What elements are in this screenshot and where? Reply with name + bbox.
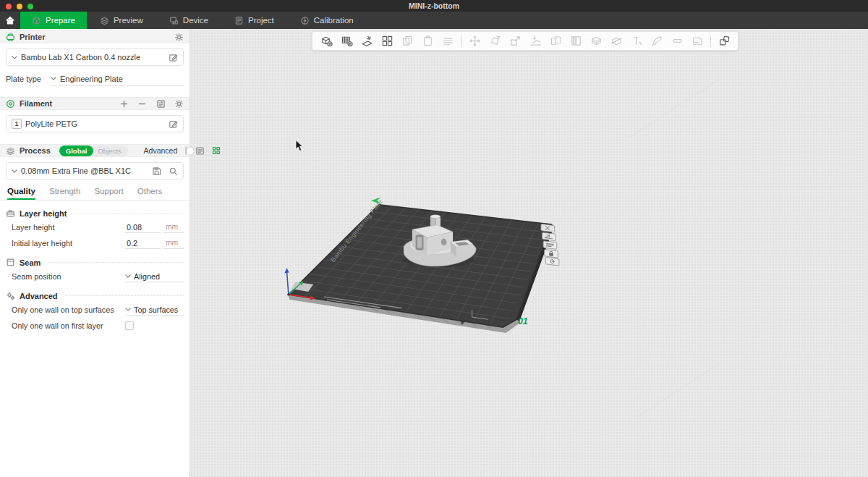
filament-preset-value: PolyLite PETG [25,119,77,128]
one-wall-top-row: Only one wall on top surfaces Top surfac… [0,303,190,316]
main-tabbar: Prepare Preview Device Project Calibrati… [0,12,868,29]
layer-height-input[interactable]: 0.08 [125,221,161,233]
scope-global-pill[interactable]: Global [59,145,94,156]
filament-preset-select[interactable]: 1 PolyLite PETG [6,115,184,132]
plate-type-label: Plate type [6,75,48,83]
tab-support[interactable]: Support [94,187,123,200]
tab-others[interactable]: Others [137,187,163,200]
orient-plate-icon[interactable] [542,232,556,241]
add-filament-icon[interactable] [120,100,128,108]
group-advanced-title: Advanced [20,292,58,300]
process-preset-select[interactable]: 0.08mm Extra Fine @BBL X1C [6,162,184,180]
group-layer-height-title: Layer height [20,209,67,218]
viewport-3d: Bambu Engineering Plate 01 [190,29,868,477]
tab-calibration[interactable]: Calibration [287,12,367,29]
edit-printer-preset-icon[interactable] [169,53,178,62]
one-wall-first-layer-row: Only one wall on first layer [0,319,190,332]
home-button[interactable] [0,12,20,29]
initial-layer-height-unit: mm [163,237,184,249]
initial-layer-height-value: 0.2 [127,239,137,248]
plate-type-row: Plate type Engineering Plate [0,70,190,88]
tab-project-label: Project [248,16,274,25]
tab-quality[interactable]: Quality [7,187,35,200]
printer-preset-select[interactable]: Bambu Lab X1 Carbon 0.4 nozzle [6,48,184,66]
chevron-down-icon [125,274,131,278]
printer-preset-value: Bambu Lab X1 Carbon 0.4 nozzle [21,53,140,62]
plate-settings-icon[interactable] [545,257,559,266]
device-icon [169,16,179,25]
tab-calibration-label: Calibration [314,16,354,25]
initial-layer-height-label: Initial layer height [12,239,125,248]
process-section-header: Process Global Objects Advanced [0,144,190,157]
sidebar: Printer Bambu Lab X1 Carbon 0.4 nozzle P… [0,29,190,477]
layer-height-unit: mm [163,221,184,233]
filament-section-title: Filament [20,99,52,108]
group-seam-header: Seam [0,258,190,267]
filament-slot-badge: 1 [12,119,22,129]
project-icon [234,16,244,25]
chevron-down-icon [12,56,17,59]
remove-filament-icon[interactable] [138,100,146,108]
seam-group-icon [6,258,15,267]
plate-type-select[interactable]: Engineering Plate [51,72,184,86]
one-wall-first-layer-checkbox[interactable] [125,321,134,330]
layer-height-value: 0.08 [127,223,142,232]
printer-icon [6,33,15,42]
seam-position-row: Seam position Aligned [0,270,190,283]
tab-device-label: Device [183,16,208,25]
room-edge-line [637,363,719,416]
tab-prepare-label: Prepare [46,16,75,25]
parameter-table-icon[interactable] [195,146,205,156]
seam-position-value: Aligned [134,272,160,281]
save-preset-icon[interactable] [152,166,161,176]
initial-layer-height-input[interactable]: 0.2 [125,237,161,249]
group-layer-height-header: Layer height [0,208,190,218]
search-settings-icon[interactable] [169,166,178,176]
filament-settings-gear-icon[interactable] [174,99,184,109]
titlebar: MINI-z-bottom [0,0,868,12]
delete-plate-icon[interactable] [541,224,555,232]
filament-sync-icon[interactable] [156,99,166,109]
tab-prepare[interactable]: Prepare [20,12,87,29]
group-advanced-header: Advanced [0,291,190,300]
tab-device[interactable]: Device [156,12,221,29]
filament-section-header: Filament [0,97,190,110]
chevron-down-icon [125,308,131,311]
tab-preview-label: Preview [114,16,143,25]
printer-section-title: Printer [20,33,45,41]
one-wall-top-label: Only one wall on top surfaces [12,305,125,314]
layer-height-label: Layer height [12,223,125,232]
layer-height-row: Layer height 0.08 mm [0,221,190,234]
process-section-title: Process [20,146,51,155]
prepare-icon [32,16,41,25]
process-scope-switch[interactable]: Global Objects [59,145,128,156]
process-preset-value: 0.08mm Extra Fine @BBL X1C [21,166,131,175]
seam-position-label: Seam position [12,272,125,281]
edit-filament-preset-icon[interactable] [169,119,178,129]
tab-preview[interactable]: Preview [87,12,156,29]
tab-project[interactable]: Project [221,12,287,29]
tab-strength[interactable]: Strength [49,187,80,200]
rename-plate-icon[interactable] [543,241,557,250]
initial-layer-height-row: Initial layer height 0.2 mm [0,237,190,250]
layer-height-group-icon [6,208,15,218]
chevron-down-icon [12,169,17,173]
mouse-cursor [296,140,302,151]
window-title: MINI-z-bottom [0,1,868,10]
home-icon [5,15,15,25]
objects-grid-icon[interactable] [212,146,221,155]
one-wall-first-layer-label: Only one wall on first layer [12,321,125,330]
plate-number: 01 [518,316,528,326]
advanced-label: Advanced [144,146,178,155]
printer-settings-gear-icon[interactable] [174,33,184,42]
chevron-down-icon [51,77,56,80]
one-wall-top-select[interactable]: Top surfaces [125,304,184,316]
scene-svg: Bambu Engineering Plate 01 [190,29,868,477]
seam-position-select[interactable]: Aligned [125,271,184,282]
plate-type-value: Engineering Plate [60,75,123,83]
advanced-toggle[interactable] [185,146,187,155]
one-wall-top-value: Top surfaces [134,305,178,314]
lock-plate-icon[interactable] [545,249,558,258]
preview-icon [100,16,109,25]
scope-objects-pill[interactable]: Objects [93,147,127,155]
